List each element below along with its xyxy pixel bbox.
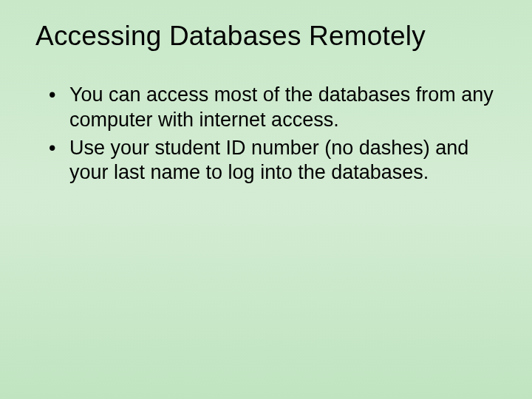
bullet-item: Use your student ID number (no dashes) a…: [49, 136, 497, 186]
slide-container: Accessing Databases Remotely You can acc…: [0, 0, 532, 399]
bullet-list: You can access most of the databases fro…: [35, 83, 497, 185]
bullet-item: You can access most of the databases fro…: [49, 83, 497, 133]
slide-title: Accessing Databases Remotely: [35, 21, 497, 52]
